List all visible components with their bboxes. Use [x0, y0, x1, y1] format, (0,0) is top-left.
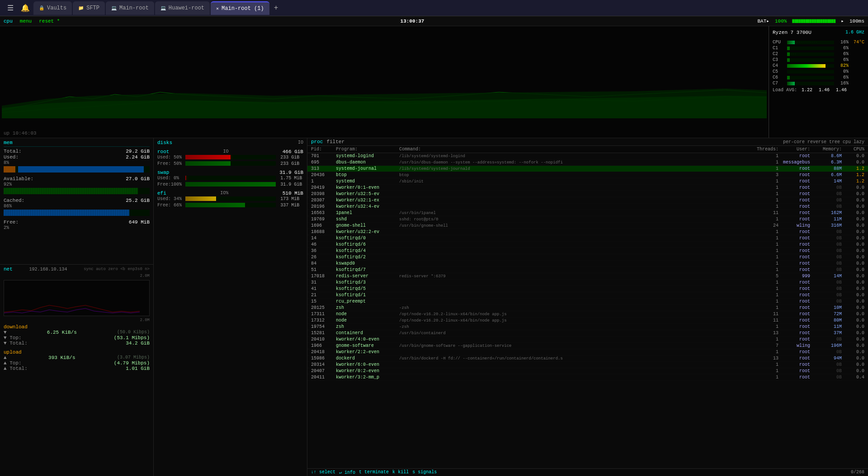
cpu-menu-item[interactable]: cpu — [4, 19, 13, 24]
cpu-graph — [0, 26, 769, 138]
col-command[interactable]: Command: — [399, 147, 751, 152]
proc-row-701[interactable]: 701 systemd-logind /lib/systemd/systemd-… — [307, 153, 868, 159]
col-threads[interactable]: Threads: — [751, 147, 778, 152]
mem-cached-row: Cached: 25.2 GiB — [4, 198, 150, 203]
proc-row-1696[interactable]: 1696 gnome-shell /usr/bin/gnome-shell 24… — [307, 223, 868, 229]
bottom-area: mem Total: 29.2 GiB Used: 2.24 GiB 8% Av… — [0, 138, 868, 476]
proc-list: 701 systemd-logind /lib/systemd/systemd-… — [307, 153, 868, 468]
net-dl-total: ▼ Total: 34.2 GiB — [4, 341, 150, 346]
proc-row-20410[interactable]: 20410 kworker/4:0-even 1 root 0B 0.0 — [307, 336, 868, 343]
proc-row-18688[interactable]: 18688 kworker/u32:2-ev 1 root 0B 0.0 — [307, 229, 868, 235]
proc-row-17018[interactable]: 17018 redis-server redis-server *:6379 5… — [307, 273, 868, 280]
proc-row-51[interactable]: 51 ksoftirqd/7 1 root 0B 0.0 — [307, 267, 868, 273]
proc-filter[interactable]: filter — [326, 139, 344, 145]
add-tab-button[interactable]: + — [270, 2, 282, 14]
proc-row-46[interactable]: 46 ksoftirqd/6 1 root 0B 0.0 — [307, 242, 868, 248]
signals-btn[interactable]: s signals — [412, 470, 437, 475]
cpu-bar: ················ — [787, 41, 834, 44]
proc-row-17311[interactable]: 17311 node /opt/node-v16.20.2-linux-x64/… — [307, 311, 868, 317]
proc-row-20436[interactable]: 20436 btop btop 3 root 6.6M 1.2 — [307, 172, 868, 178]
proc-row-84[interactable]: 84 kswapd0 1 root 0B 0.0 — [307, 261, 868, 267]
tab-main-root[interactable]: 💻 Main-root — [106, 1, 154, 15]
disk-efi-free-bar: Free: 66% 337 MiB — [157, 202, 303, 208]
proc-header: proc filter per-core reverse tree cpu la… — [307, 138, 868, 146]
cpu-info-panel: Ryzen 7 3700U 1.6 GHz CPU ··············… — [769, 26, 868, 138]
proc-row-20407[interactable]: 20407 kworker/0:2-even 1 root 0B 0.0 — [307, 368, 868, 374]
proc-row-31[interactable]: 31 ksoftirqd/3 1 root 0B 0.0 — [307, 280, 868, 286]
terminate-btn[interactable]: t terminate — [359, 470, 389, 475]
col-memory[interactable]: Memory: — [810, 147, 842, 152]
left-panels: mem Total: 29.2 GiB Used: 2.24 GiB 8% Av… — [0, 138, 154, 476]
col-pid[interactable]: Pid: — [311, 147, 336, 152]
disk-root: root IO 466 GiB Used: 50% 233 GiB Free: … — [157, 149, 303, 166]
core-c2-row: C2 ····· 6% — [773, 51, 864, 56]
disk-efi: efi IO% 510 MiB Used: 34% 173 MiB Free: … — [157, 191, 303, 208]
net-interface: 192.168.10.134 — [29, 267, 67, 272]
hamburger-menu[interactable]: ☰ — [4, 2, 17, 14]
net-ul-top: ▲ Top: (4.79 Mibps) — [4, 360, 150, 366]
proc-row-20419[interactable]: 20419 kworker/0:1-even 1 root 0B 0.0 — [307, 185, 868, 191]
proc-row-20125[interactable]: 20125 zsh -zsh 1 root 10M 0.0 — [307, 305, 868, 311]
tab-huawei-root[interactable]: 💻 Huawei-root — [155, 1, 210, 15]
mem-available-row: Available: 27.0 GiB — [4, 176, 150, 182]
proc-row-19754[interactable]: 19754 zsh -zsh 1 root 11M 0.0 — [307, 324, 868, 330]
clock: 13:00:37 — [401, 19, 425, 24]
proc-row-26[interactable]: 26 ksoftirqd/2 1 root 0B 0.0 — [307, 254, 868, 261]
tab-vaults[interactable]: 🔒 Vaults — [33, 1, 72, 15]
net-panel: net 192.168.10.134 sync auto zero <b enp… — [0, 265, 153, 476]
proc-row-20411[interactable]: 20411 kworker/3:2-mm_p 1 root 0B 0.4 — [307, 374, 868, 381]
proc-row-1966[interactable]: 1966 gnome-software /usr/bin/gnome-softw… — [307, 343, 868, 349]
proc-row-20196[interactable]: 20196 kworker/u32:4-ev 1 root 0B 0.0 — [307, 204, 868, 210]
tab-main-root-1[interactable]: ✕ Main-root (1) — [211, 1, 269, 15]
proc-row-20418[interactable]: 20418 kworker/2:2-even 1 root 0B 0.0 — [307, 349, 868, 355]
proc-row-21[interactable]: 21 ksoftirqd/1 1 root 0B 0.0 — [307, 292, 868, 299]
core-c3-row: C3 6% — [773, 57, 864, 62]
mem-panel: mem Total: 29.2 GiB Used: 2.24 GiB 8% Av… — [0, 138, 153, 265]
select-btn[interactable]: ↓↑ select — [311, 470, 335, 475]
tab-sftp[interactable]: 📁 SFTP — [73, 1, 105, 15]
proc-row-16563[interactable]: 16563 1panel /usr/bin/1panel 11 root 162… — [307, 210, 868, 216]
core-c5-row: C5 0% — [773, 69, 864, 74]
proc-row-20398[interactable]: 20398 kworker/u32:5-ev 1 root 0B 0.0 — [307, 191, 868, 197]
proc-row-15281[interactable]: 15281 containerd /usr/bin/containerd 13 … — [307, 330, 868, 336]
proc-row-313[interactable]: 313 systemd-journal /lib/systemd/systemd… — [307, 166, 868, 172]
mem-cached-pct: 86% — [4, 204, 150, 209]
proc-row-15[interactable]: 15 rcu_preempt 1 root 0B 0.0 — [307, 299, 868, 305]
load-avg: Load AVG: 1.22 1.46 1.46 — [773, 88, 864, 93]
proc-row-36[interactable]: 36 ksoftirqd/4 1 root 0B 0.0 — [307, 248, 868, 254]
reset-item[interactable]: reset * — [39, 19, 60, 24]
net-ul-speed: ▲ 393 KiB/s (3.07 Mibps) — [4, 355, 150, 360]
proc-row-17312[interactable]: 17312 node /opt/node-v16.20.2-linux-x64/… — [307, 317, 868, 324]
disk-header: disks IO — [157, 140, 303, 145]
proc-row-695[interactable]: 695 dbus-daemon /usr/bin/dbus-daemon --s… — [307, 159, 868, 166]
menu-item[interactable]: menu — [20, 19, 32, 24]
col-cpu[interactable]: CPU% — [842, 147, 864, 152]
proc-row-14[interactable]: 14 ksoftirqd/0 1 root 0B 0.0 — [307, 235, 868, 242]
proc-row-41[interactable]: 41 ksoftirqd/5 1 root 0B 0.0 — [307, 286, 868, 292]
close-icon[interactable]: ✕ — [216, 6, 219, 11]
net-dl-top: ▼ Top: (53.1 Mibps) — [4, 335, 150, 341]
proc-row-20314[interactable]: 20314 kworker/6:0-even 1 root 0B 0.0 — [307, 362, 868, 368]
cpu-overall-row: CPU ················ 16% 74°C — [773, 40, 864, 45]
sftp-icon: 📁 — [78, 5, 84, 11]
proc-row-15986[interactable]: 15986 dockerd /usr/bin/dockerd -H fd:// … — [307, 355, 868, 362]
bell-icon[interactable]: 🔔 — [17, 2, 33, 14]
col-user[interactable]: User: — [778, 147, 810, 152]
mem-cached-bar — [4, 210, 150, 216]
proc-row-20307[interactable]: 20307 kworker/u32:1-ex 1 root 0B 0.0 — [307, 197, 868, 204]
col-program[interactable]: Program: — [336, 147, 399, 152]
core-c4-row: C4 82% — [773, 63, 864, 68]
disk-root-header: root IO 466 GiB — [157, 149, 303, 154]
mem-used-bar — [4, 166, 150, 173]
net-ul-total: ▲ Total: 1.01 GiB — [4, 366, 150, 371]
cpu-temp: 74°C — [849, 40, 864, 45]
proc-footer: ↓↑ select ↵ info t terminate k kill s si… — [307, 468, 868, 476]
info-btn[interactable]: ↵ info — [339, 470, 355, 475]
proc-row-19769[interactable]: 19769 sshd sshd: root@pts/0 1 root 11M 0… — [307, 216, 868, 223]
kill-btn[interactable]: k kill — [392, 470, 409, 475]
proc-row-1[interactable]: 1 systemd /sbin/init 1 root 14M 1.2 — [307, 178, 868, 185]
mem-title: mem — [4, 140, 150, 147]
ms-icon: ▸ — [841, 18, 844, 24]
core-c7-row: C7 16% — [773, 81, 864, 86]
battery-bar: ████████████████████ — [792, 19, 835, 23]
